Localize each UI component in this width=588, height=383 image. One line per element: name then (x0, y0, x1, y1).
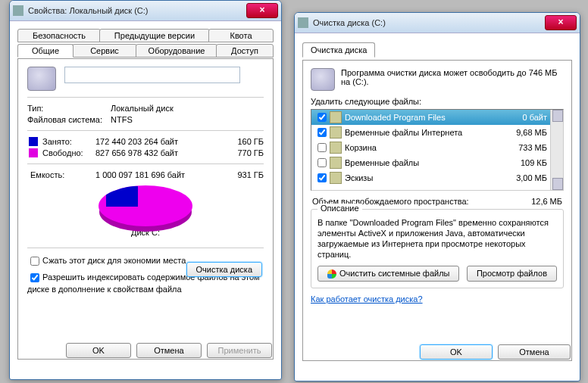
pie-label: Диск C: (27, 228, 264, 237)
item-size: 109 КБ (503, 158, 547, 167)
used-label: Занято: (42, 137, 95, 146)
item-size: 9,68 МБ (503, 128, 547, 137)
free-bytes: 827 656 978 432 байт (95, 148, 226, 157)
description-text: В папке "Downloaded Program Files" време… (317, 217, 557, 260)
intro-text: Программа очистки диска может освободить… (341, 68, 564, 91)
delete-label: Удалить следующие файлы: (311, 97, 564, 106)
folder-icon (330, 111, 342, 123)
titlebar[interactable]: Свойства: Локальный диск (C:) × (10, 1, 281, 21)
compress-checkbox[interactable] (30, 257, 39, 266)
list-checkbox[interactable] (317, 158, 327, 167)
window-title: Очистка диска (C:) (313, 18, 386, 27)
type-value: Локальный диск (111, 104, 174, 113)
folder-icon (330, 157, 342, 169)
type-label: Тип: (27, 104, 111, 113)
item-size: 3,00 МБ (503, 173, 547, 182)
ok-button[interactable]: OK (420, 344, 493, 360)
used-bytes: 172 440 203 264 байт (95, 137, 226, 146)
scrollbar[interactable] (550, 110, 563, 190)
free-swatch (29, 148, 38, 157)
tab-quota[interactable]: Квота (208, 29, 274, 42)
close-icon[interactable]: × (246, 3, 278, 18)
folder-icon (330, 172, 342, 184)
item-name: Корзина (345, 143, 503, 152)
dialog-buttons: OK Отмена (417, 344, 571, 360)
dialog-buttons: OK Отмена Применить (63, 343, 272, 358)
list-checkbox[interactable] (317, 128, 327, 137)
shield-icon (327, 269, 336, 279)
folder-icon (330, 126, 342, 139)
close-icon[interactable]: × (545, 15, 577, 30)
folder-icon (330, 142, 342, 154)
tab-strip: Безопасность Предыдущие версии Квота Общ… (17, 29, 274, 59)
tab-prev-versions[interactable]: Предыдущие версии (99, 29, 210, 42)
capacity-bytes: 1 000 097 181 696 байт (95, 170, 226, 179)
clean-system-label: Очистить системные файлы (339, 269, 449, 278)
item-name: Временные файлы Интернета (345, 128, 503, 137)
list-item[interactable]: Временные файлы109 КБ (311, 155, 550, 170)
window-title: Свойства: Локальный диск (C:) (28, 6, 149, 15)
ok-button[interactable]: OK (66, 343, 131, 358)
cancel-button[interactable]: Отмена (498, 344, 571, 360)
fs-label: Файловая система: (27, 115, 111, 124)
tab-hardware[interactable]: Оборудование (136, 44, 217, 58)
list-item[interactable]: Корзина733 МБ (311, 140, 550, 155)
compress-label: Сжать этот диск для экономии места (42, 256, 186, 265)
drive-icon (13, 5, 23, 16)
cancel-button[interactable]: Отмена (136, 343, 202, 358)
properties-dialog: Свойства: Локальный диск (C:) × Безопасн… (9, 0, 282, 380)
capacity-gb: 931 ГБ (226, 170, 264, 179)
used-swatch (29, 137, 38, 146)
list-item[interactable]: Временные файлы Интернета9,68 МБ (311, 125, 550, 140)
tab-sharing[interactable]: Доступ (216, 44, 274, 58)
description-group: Описание В папке "Downloaded Program Fil… (311, 209, 564, 288)
cleanup-icon (298, 17, 308, 28)
item-name: Временные файлы (345, 158, 503, 167)
description-title: Описание (317, 204, 362, 213)
index-checkbox[interactable] (30, 273, 39, 282)
list-checkbox[interactable] (317, 173, 327, 182)
disk-cleanup-dialog: Очистка диска (C:) × Очистка диска Прогр… (294, 12, 580, 381)
file-list: Downloaded Program Files0 байтВременные … (311, 109, 564, 191)
how-link[interactable]: Как работает очистка диска? (311, 294, 423, 304)
item-name: Downloaded Program Files (345, 113, 503, 122)
tab-cleanup[interactable]: Очистка диска (302, 42, 375, 58)
view-files-button[interactable]: Просмотр файлов (467, 266, 557, 282)
free-gb: 770 ГБ (226, 148, 264, 157)
tab-sheet: Тип:Локальный диск Файловая система:NTFS… (17, 58, 274, 360)
item-size: 0 байт (503, 113, 547, 122)
tab-tools[interactable]: Сервис (72, 44, 137, 58)
list-checkbox[interactable] (317, 143, 327, 152)
clean-system-button[interactable]: Очистить системные файлы (317, 266, 459, 282)
list-item[interactable]: Эскизы3,00 МБ (311, 170, 550, 185)
tab-sheet: Программа очистки диска может освободить… (302, 60, 572, 361)
cleanup-large-icon (311, 68, 335, 91)
item-size: 733 МБ (503, 143, 547, 152)
tab-general[interactable]: Общие (17, 44, 74, 58)
drive-large-icon (27, 67, 56, 91)
capacity-label: Емкость: (30, 170, 95, 179)
fs-value: NTFS (111, 115, 133, 124)
free-label: Свободно: (42, 148, 95, 157)
disk-cleanup-button[interactable]: Очистка диска (186, 262, 262, 277)
used-gb: 160 ГБ (226, 137, 264, 146)
titlebar[interactable]: Очистка диска (C:) × (295, 13, 580, 33)
freed-value: 12,6 МБ (531, 197, 562, 206)
list-item[interactable]: Downloaded Program Files0 байт (311, 110, 550, 125)
item-name: Эскизы (345, 173, 503, 182)
volume-label-input[interactable] (64, 67, 240, 83)
usage-pie-chart (99, 185, 192, 226)
tab-security[interactable]: Безопасность (17, 29, 101, 42)
apply-button[interactable]: Применить (207, 343, 272, 358)
list-checkbox[interactable] (317, 113, 327, 122)
